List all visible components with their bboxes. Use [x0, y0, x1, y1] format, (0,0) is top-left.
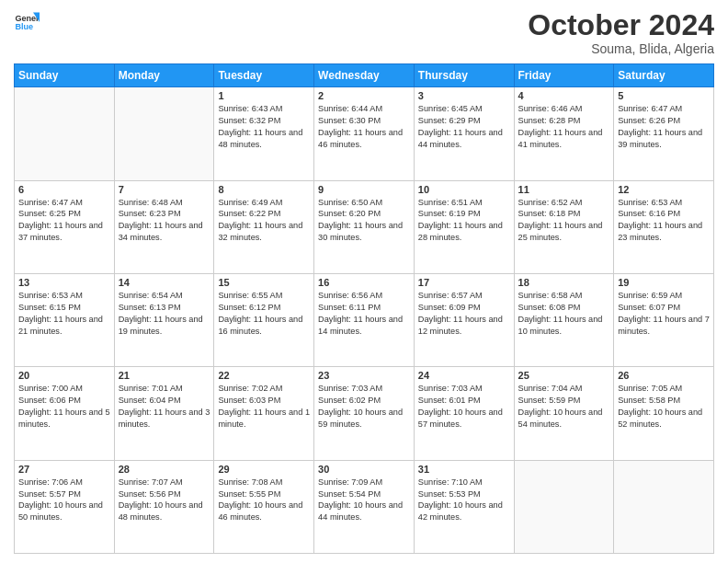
- calendar-cell: 5Sunrise: 6:47 AMSunset: 6:26 PMDaylight…: [614, 87, 714, 180]
- day-info: Sunrise: 7:04 AMSunset: 5:59 PMDaylight:…: [518, 383, 610, 431]
- day-info: Sunrise: 6:47 AMSunset: 6:25 PMDaylight:…: [18, 197, 110, 245]
- calendar-header-row: SundayMondayTuesdayWednesdayThursdayFrid…: [15, 64, 714, 87]
- logo-icon: General Blue: [14, 9, 40, 35]
- day-info: Sunrise: 6:43 AMSunset: 6:32 PMDaylight:…: [218, 103, 310, 151]
- calendar-cell: 10Sunrise: 6:51 AMSunset: 6:19 PMDayligh…: [414, 180, 514, 273]
- calendar-cell: 11Sunrise: 6:52 AMSunset: 6:18 PMDayligh…: [514, 180, 614, 273]
- day-info: Sunrise: 7:09 AMSunset: 5:54 PMDaylight:…: [318, 477, 410, 524]
- calendar-cell: 2Sunrise: 6:44 AMSunset: 6:30 PMDaylight…: [314, 87, 415, 180]
- calendar-cell: [114, 87, 214, 180]
- day-number: 26: [618, 370, 710, 381]
- day-number: 20: [18, 370, 110, 381]
- day-number: 22: [218, 370, 310, 381]
- day-number: 17: [418, 277, 510, 288]
- day-number: 5: [618, 90, 710, 101]
- day-header-saturday: Saturday: [614, 64, 714, 87]
- day-number: 18: [518, 277, 610, 288]
- day-header-sunday: Sunday: [15, 64, 115, 87]
- day-number: 30: [318, 464, 410, 475]
- day-info: Sunrise: 7:01 AMSunset: 6:04 PMDaylight:…: [119, 383, 210, 431]
- day-info: Sunrise: 7:00 AMSunset: 6:06 PMDaylight:…: [18, 383, 110, 431]
- calendar-cell: 17Sunrise: 6:57 AMSunset: 6:09 PMDayligh…: [414, 273, 514, 366]
- day-info: Sunrise: 6:46 AMSunset: 6:28 PMDaylight:…: [518, 103, 610, 151]
- calendar-cell: 4Sunrise: 6:46 AMSunset: 6:28 PMDaylight…: [514, 87, 614, 180]
- calendar-cell: 27Sunrise: 7:06 AMSunset: 5:57 PMDayligh…: [15, 460, 115, 553]
- month-title: October 2024: [528, 9, 714, 41]
- calendar-cell: 7Sunrise: 6:48 AMSunset: 6:23 PMDaylight…: [114, 180, 214, 273]
- day-info: Sunrise: 6:48 AMSunset: 6:23 PMDaylight:…: [119, 197, 210, 245]
- calendar-cell: 1Sunrise: 6:43 AMSunset: 6:32 PMDaylight…: [214, 87, 314, 180]
- calendar-cell: 23Sunrise: 7:03 AMSunset: 6:02 PMDayligh…: [314, 367, 415, 460]
- day-info: Sunrise: 7:06 AMSunset: 5:57 PMDaylight:…: [18, 477, 110, 524]
- calendar-cell: 19Sunrise: 6:59 AMSunset: 6:07 PMDayligh…: [614, 273, 714, 366]
- week-row-4: 27Sunrise: 7:06 AMSunset: 5:57 PMDayligh…: [15, 460, 714, 553]
- calendar-cell: 9Sunrise: 6:50 AMSunset: 6:20 PMDaylight…: [314, 180, 415, 273]
- day-info: Sunrise: 6:54 AMSunset: 6:13 PMDaylight:…: [119, 290, 210, 338]
- day-info: Sunrise: 7:07 AMSunset: 5:56 PMDaylight:…: [119, 477, 210, 524]
- day-number: 31: [418, 464, 510, 475]
- day-info: Sunrise: 6:45 AMSunset: 6:29 PMDaylight:…: [418, 103, 510, 151]
- calendar-cell: [15, 87, 115, 180]
- day-info: Sunrise: 7:05 AMSunset: 5:58 PMDaylight:…: [618, 383, 710, 431]
- calendar-cell: 21Sunrise: 7:01 AMSunset: 6:04 PMDayligh…: [114, 367, 214, 460]
- day-info: Sunrise: 6:57 AMSunset: 6:09 PMDaylight:…: [418, 290, 510, 338]
- day-header-thursday: Thursday: [414, 64, 514, 87]
- calendar-cell: 31Sunrise: 7:10 AMSunset: 5:53 PMDayligh…: [414, 460, 514, 553]
- day-number: 21: [119, 370, 210, 381]
- week-row-1: 6Sunrise: 6:47 AMSunset: 6:25 PMDaylight…: [15, 180, 714, 273]
- day-info: Sunrise: 6:53 AMSunset: 6:16 PMDaylight:…: [618, 197, 710, 245]
- day-number: 1: [218, 90, 310, 101]
- day-info: Sunrise: 7:08 AMSunset: 5:55 PMDaylight:…: [218, 477, 310, 524]
- calendar-cell: 8Sunrise: 6:49 AMSunset: 6:22 PMDaylight…: [214, 180, 314, 273]
- day-info: Sunrise: 7:03 AMSunset: 6:02 PMDaylight:…: [318, 383, 410, 431]
- day-number: 10: [418, 184, 510, 195]
- calendar-cell: 28Sunrise: 7:07 AMSunset: 5:56 PMDayligh…: [114, 460, 214, 553]
- day-number: 13: [18, 277, 110, 288]
- calendar-cell: 25Sunrise: 7:04 AMSunset: 5:59 PMDayligh…: [514, 367, 614, 460]
- day-info: Sunrise: 6:59 AMSunset: 6:07 PMDaylight:…: [618, 290, 710, 338]
- day-info: Sunrise: 6:51 AMSunset: 6:19 PMDaylight:…: [418, 197, 510, 245]
- day-info: Sunrise: 6:58 AMSunset: 6:08 PMDaylight:…: [518, 290, 610, 338]
- calendar-cell: 13Sunrise: 6:53 AMSunset: 6:15 PMDayligh…: [15, 273, 115, 366]
- day-header-wednesday: Wednesday: [314, 64, 415, 87]
- week-row-2: 13Sunrise: 6:53 AMSunset: 6:15 PMDayligh…: [15, 273, 714, 366]
- day-number: 3: [418, 90, 510, 101]
- day-number: 14: [119, 277, 210, 288]
- day-info: Sunrise: 6:49 AMSunset: 6:22 PMDaylight:…: [218, 197, 310, 245]
- day-number: 8: [218, 184, 310, 195]
- calendar-cell: 22Sunrise: 7:02 AMSunset: 6:03 PMDayligh…: [214, 367, 314, 460]
- calendar-cell: 24Sunrise: 7:03 AMSunset: 6:01 PMDayligh…: [414, 367, 514, 460]
- day-info: Sunrise: 7:03 AMSunset: 6:01 PMDaylight:…: [418, 383, 510, 431]
- day-info: Sunrise: 6:53 AMSunset: 6:15 PMDaylight:…: [18, 290, 110, 338]
- day-number: 11: [518, 184, 610, 195]
- day-info: Sunrise: 7:02 AMSunset: 6:03 PMDaylight:…: [218, 383, 310, 431]
- day-info: Sunrise: 6:47 AMSunset: 6:26 PMDaylight:…: [618, 103, 710, 151]
- day-number: 9: [318, 184, 410, 195]
- day-number: 19: [618, 277, 710, 288]
- page: General Blue October 2024 Souma, Blida, …: [0, 0, 728, 563]
- calendar-cell: 30Sunrise: 7:09 AMSunset: 5:54 PMDayligh…: [314, 460, 415, 553]
- day-header-monday: Monday: [114, 64, 214, 87]
- day-number: 23: [318, 370, 410, 381]
- day-number: 12: [618, 184, 710, 195]
- day-number: 24: [418, 370, 510, 381]
- day-number: 25: [518, 370, 610, 381]
- day-info: Sunrise: 7:10 AMSunset: 5:53 PMDaylight:…: [418, 477, 510, 524]
- calendar-cell: 3Sunrise: 6:45 AMSunset: 6:29 PMDaylight…: [414, 87, 514, 180]
- day-number: 27: [18, 464, 110, 475]
- calendar-cell: [614, 460, 714, 553]
- day-info: Sunrise: 6:56 AMSunset: 6:11 PMDaylight:…: [318, 290, 410, 338]
- title-block: October 2024 Souma, Blida, Algeria: [528, 9, 714, 56]
- day-header-friday: Friday: [514, 64, 614, 87]
- calendar-cell: [514, 460, 614, 553]
- calendar-cell: 6Sunrise: 6:47 AMSunset: 6:25 PMDaylight…: [15, 180, 115, 273]
- week-row-0: 1Sunrise: 6:43 AMSunset: 6:32 PMDaylight…: [15, 87, 714, 180]
- day-info: Sunrise: 6:50 AMSunset: 6:20 PMDaylight:…: [318, 197, 410, 245]
- day-info: Sunrise: 6:44 AMSunset: 6:30 PMDaylight:…: [318, 103, 410, 151]
- day-number: 6: [18, 184, 110, 195]
- day-info: Sunrise: 6:55 AMSunset: 6:12 PMDaylight:…: [218, 290, 310, 338]
- subtitle: Souma, Blida, Algeria: [528, 41, 714, 56]
- day-header-tuesday: Tuesday: [214, 64, 314, 87]
- calendar-cell: 14Sunrise: 6:54 AMSunset: 6:13 PMDayligh…: [114, 273, 214, 366]
- day-number: 28: [119, 464, 210, 475]
